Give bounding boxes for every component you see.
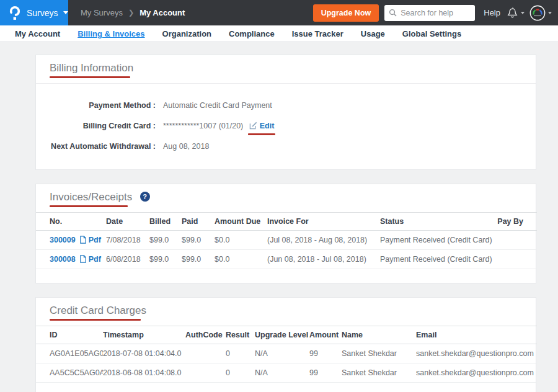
payment-method-row: Payment Method : Automatic Credit Card P… (36, 99, 536, 112)
charge-amount: 99 (309, 344, 342, 363)
col-upgrade-level: Upgrade Level (255, 326, 309, 344)
col-no: No. (36, 213, 106, 231)
charge-email: sanket.shekdar@questionpro.com (416, 344, 537, 363)
next-withdrawal-row: Next Automatic Withdrawal : Aug 08, 2018 (36, 140, 536, 153)
invoice-row: 300009Pdf 7/08/2018 $99.0 $99.0 $0.0 (Ju… (36, 231, 537, 250)
charge-row: AG0A1E05AG0A 2018-07-08 01:04:04.0 0 N/A… (36, 344, 537, 363)
col-paid: Paid (182, 213, 215, 231)
charge-id: AA5C5C5AG0A (36, 363, 103, 383)
pdf-file-icon[interactable] (79, 255, 87, 263)
charge-timestamp: 2018-07-08 01:04:04.0 (103, 344, 185, 363)
col-status: Status (380, 213, 495, 231)
invoices-receipts-title: Invoices/Receipts (50, 191, 132, 203)
billing-credit-card-value: ************1007 (01/20) (163, 122, 243, 130)
account-nav: My Account Billing & Invoices Organizati… (0, 25, 558, 42)
col-name: Name (342, 326, 416, 344)
invoices-table: No. Date Billed Paid Amount Due Invoice … (36, 212, 537, 269)
charge-authcode (185, 344, 226, 363)
invoice-status: Payment Received (Credit Card) (380, 250, 495, 269)
annotation-underline (50, 76, 130, 78)
invoice-billed: $99.0 (149, 250, 182, 269)
invoice-paid: $99.0 (182, 250, 215, 269)
edit-credit-card-link[interactable]: Edit (260, 122, 275, 130)
tab-issue-tracker[interactable]: Issue Tracker (292, 29, 343, 38)
invoice-number-link[interactable]: 300009 (50, 236, 76, 244)
notifications-menu[interactable] (507, 6, 525, 19)
invoices-header-row: No. Date Billed Paid Amount Due Invoice … (36, 213, 537, 231)
charge-name: Sanket Shekdar (342, 363, 416, 383)
billing-credit-card-label: Billing Credit Card : (36, 120, 156, 132)
col-email: Email (416, 326, 537, 344)
breadcrumb-current: My Account (140, 8, 185, 17)
product-menu-label: Surveys (27, 8, 58, 18)
charge-result: 0 (226, 344, 255, 363)
col-pay-by: Pay By (495, 213, 537, 231)
next-withdrawal-value: Aug 08, 2018 (163, 140, 209, 153)
invoice-for: (Jun 08, 2018 - Jul 08, 2018) (267, 250, 380, 269)
invoice-status: Payment Received (Credit Card) (380, 231, 495, 250)
invoice-row: 300008Pdf 6/08/2018 $99.0 $99.0 $0.0 (Ju… (36, 250, 537, 269)
billing-information-card: Billing Information Payment Method : Aut… (35, 55, 536, 170)
edit-pencil-icon[interactable] (249, 122, 257, 130)
payment-method-value: Automatic Credit Card Payment (163, 99, 272, 112)
tab-compliance[interactable]: Compliance (229, 29, 275, 38)
col-invoice-for: Invoice For (267, 213, 380, 231)
breadcrumb: My Surveys ❯ My Account (81, 8, 185, 17)
charge-amount: 99 (309, 363, 342, 383)
invoice-pay-by (495, 250, 537, 269)
top-header: Surveys My Surveys ❯ My Account Upgrade … (0, 0, 558, 25)
annotation-underline (50, 205, 128, 207)
invoice-pdf-link[interactable]: Pdf (89, 236, 101, 244)
annotation-underline (50, 319, 141, 321)
col-date: Date (106, 213, 149, 231)
billing-information-title: Billing Information (50, 62, 133, 74)
col-result: Result (226, 326, 255, 344)
search-input[interactable] (384, 5, 475, 21)
chevron-down-icon (521, 12, 525, 14)
tab-global-settings[interactable]: Global Settings (402, 29, 461, 38)
questionpro-logo-icon (9, 6, 21, 20)
breadcrumb-separator-icon: ❯ (128, 9, 134, 17)
tab-usage[interactable]: Usage (361, 29, 385, 38)
col-authcode: AuthCode (185, 326, 226, 344)
product-menu[interactable]: Surveys (0, 0, 68, 25)
tab-billing-invoices[interactable]: Billing & Invoices (78, 29, 144, 38)
bell-icon (507, 6, 518, 19)
main-content: Billing Information Payment Method : Aut… (0, 42, 558, 392)
upgrade-now-button[interactable]: Upgrade Now (313, 4, 379, 22)
charge-upgrade-level: N/A (255, 363, 309, 383)
charge-email: sanket.shekdar@questionpro.com (416, 363, 537, 383)
tab-organization[interactable]: Organization (162, 29, 211, 38)
help-link[interactable]: Help (484, 8, 500, 17)
credit-card-charges-card: Credit Card Charges ID Timestamp AuthCod… (35, 297, 536, 392)
payment-method-label: Payment Method : (36, 99, 156, 112)
help-search (384, 5, 475, 21)
invoice-amount-due: $0.0 (215, 231, 267, 250)
chevron-down-icon (548, 12, 552, 14)
account-menu[interactable] (529, 5, 552, 21)
avatar-gauge-icon (529, 5, 546, 21)
charge-upgrade-level: N/A (255, 344, 309, 363)
chevron-down-icon (63, 11, 68, 14)
charge-authcode (185, 363, 226, 383)
charge-timestamp: 2018-06-08 01:04:08.0 (103, 363, 185, 383)
invoice-for: (Jul 08, 2018 - Aug 08, 2018) (267, 231, 380, 250)
tab-my-account[interactable]: My Account (15, 29, 60, 38)
col-billed: Billed (149, 213, 182, 231)
charge-id: AG0A1E05AG0A (36, 344, 103, 363)
pdf-file-icon[interactable] (79, 236, 87, 244)
invoice-number-link[interactable]: 300008 (50, 255, 76, 264)
search-icon (389, 9, 397, 17)
charges-header-row: ID Timestamp AuthCode Result Upgrade Lev… (36, 326, 537, 344)
breadcrumb-parent[interactable]: My Surveys (81, 8, 123, 17)
col-id: ID (36, 326, 103, 344)
invoice-paid: $99.0 (182, 231, 215, 250)
credit-card-charges-title: Credit Card Charges (50, 305, 146, 317)
annotation-underline (248, 133, 276, 135)
invoice-pdf-link[interactable]: Pdf (89, 255, 101, 264)
charge-result: 0 (226, 363, 255, 383)
col-amount: Amount (309, 326, 342, 344)
invoice-amount-due: $0.0 (215, 250, 267, 269)
billing-credit-card-row: Billing Credit Card : ************1007 (… (36, 120, 536, 132)
help-circle-icon[interactable]: ? (140, 192, 150, 202)
